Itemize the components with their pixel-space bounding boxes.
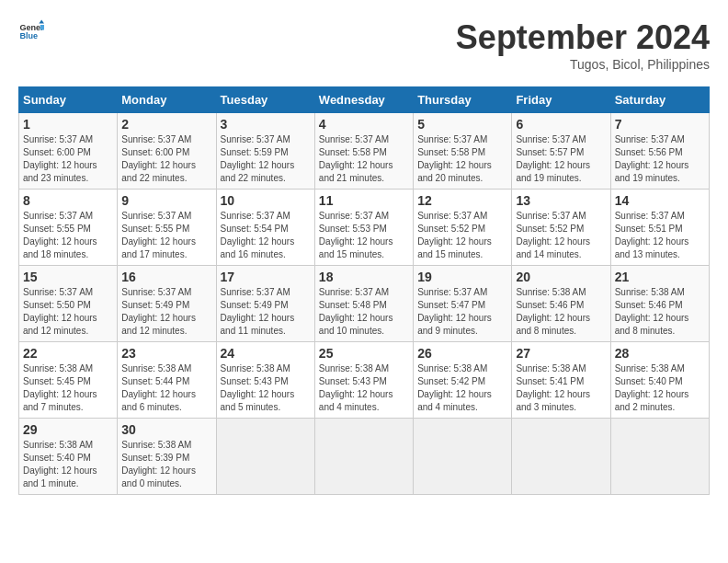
svg-marker-3 [40,25,44,30]
day-number: 17 [221,270,311,284]
logo: General Blue [18,18,44,44]
day-info: Sunrise: 5:37 AM Sunset: 5:58 PM Dayligh… [319,133,409,185]
calendar-week-4: 22Sunrise: 5:38 AM Sunset: 5:45 PM Dayli… [19,342,710,419]
day-info: Sunrise: 5:38 AM Sunset: 5:45 PM Dayligh… [23,362,113,414]
table-row: 13Sunrise: 5:37 AM Sunset: 5:52 PM Dayli… [512,190,610,266]
table-row: 16Sunrise: 5:37 AM Sunset: 5:49 PM Dayli… [118,266,216,342]
day-info: Sunrise: 5:37 AM Sunset: 5:55 PM Dayligh… [23,210,113,261]
col-wednesday: Wednesday [314,87,413,113]
day-info: Sunrise: 5:38 AM Sunset: 5:43 PM Dayligh… [319,362,409,414]
day-number: 15 [23,270,113,284]
day-number: 5 [417,117,507,132]
calendar-week-3: 15Sunrise: 5:37 AM Sunset: 5:50 PM Dayli… [19,266,710,342]
col-saturday: Saturday [610,87,709,113]
table-row: 11Sunrise: 5:37 AM Sunset: 5:53 PM Dayli… [314,190,413,266]
table-row: 2Sunrise: 5:37 AM Sunset: 6:00 PM Daylig… [118,113,216,190]
day-number: 2 [121,117,211,132]
col-tuesday: Tuesday [216,87,314,113]
day-number: 11 [319,193,409,208]
logo-icon: General Blue [18,18,44,44]
table-row: 6Sunrise: 5:37 AM Sunset: 5:57 PM Daylig… [512,113,610,190]
col-thursday: Thursday [414,87,512,113]
day-number: 3 [221,117,311,132]
table-row [216,419,314,495]
day-number: 28 [615,346,705,361]
table-row: 18Sunrise: 5:37 AM Sunset: 5:48 PM Dayli… [314,266,413,342]
day-number: 13 [516,193,606,208]
table-row: 4Sunrise: 5:37 AM Sunset: 5:58 PM Daylig… [314,113,413,190]
day-info: Sunrise: 5:38 AM Sunset: 5:46 PM Dayligh… [516,286,606,338]
calendar-week-5: 29Sunrise: 5:38 AM Sunset: 5:40 PM Dayli… [19,419,710,495]
day-info: Sunrise: 5:37 AM Sunset: 5:47 PM Dayligh… [417,286,507,338]
day-info: Sunrise: 5:38 AM Sunset: 5:46 PM Dayligh… [615,286,705,338]
day-number: 30 [121,422,211,437]
table-row: 8Sunrise: 5:37 AM Sunset: 5:55 PM Daylig… [19,190,118,266]
table-row: 5Sunrise: 5:37 AM Sunset: 5:58 PM Daylig… [414,113,512,190]
calendar-week-2: 8Sunrise: 5:37 AM Sunset: 5:55 PM Daylig… [19,190,710,266]
day-number: 29 [23,422,113,437]
page-header: General Blue September 2024 Tugos, Bicol… [18,18,710,72]
day-number: 10 [221,193,311,208]
day-number: 7 [615,117,705,132]
day-number: 6 [516,117,606,132]
location: Tugos, Bicol, Philippines [456,57,710,72]
svg-text:Blue: Blue [19,31,38,40]
table-row [414,419,512,495]
day-number: 4 [319,117,409,132]
table-row: 20Sunrise: 5:38 AM Sunset: 5:46 PM Dayli… [512,266,610,342]
day-number: 9 [121,193,211,208]
day-info: Sunrise: 5:38 AM Sunset: 5:44 PM Dayligh… [121,362,211,414]
month-title: September 2024 [456,18,710,57]
calendar-week-1: 1Sunrise: 5:37 AM Sunset: 6:00 PM Daylig… [19,113,710,190]
table-row: 10Sunrise: 5:37 AM Sunset: 5:54 PM Dayli… [216,190,314,266]
col-sunday: Sunday [19,87,118,113]
day-info: Sunrise: 5:38 AM Sunset: 5:40 PM Dayligh… [615,362,705,414]
table-row: 19Sunrise: 5:37 AM Sunset: 5:47 PM Dayli… [414,266,512,342]
day-info: Sunrise: 5:37 AM Sunset: 5:49 PM Dayligh… [221,286,311,338]
table-row: 12Sunrise: 5:37 AM Sunset: 5:52 PM Dayli… [414,190,512,266]
day-info: Sunrise: 5:37 AM Sunset: 5:57 PM Dayligh… [516,133,606,185]
table-row [314,419,413,495]
day-number: 22 [23,346,113,361]
day-number: 26 [417,346,507,361]
table-row: 25Sunrise: 5:38 AM Sunset: 5:43 PM Dayli… [314,342,413,419]
table-row: 21Sunrise: 5:38 AM Sunset: 5:46 PM Dayli… [610,266,709,342]
day-info: Sunrise: 5:37 AM Sunset: 5:48 PM Dayligh… [319,286,409,338]
table-row: 28Sunrise: 5:38 AM Sunset: 5:40 PM Dayli… [610,342,709,419]
day-number: 24 [221,346,311,361]
table-row: 22Sunrise: 5:38 AM Sunset: 5:45 PM Dayli… [19,342,118,419]
table-row: 27Sunrise: 5:38 AM Sunset: 5:41 PM Dayli… [512,342,610,419]
col-monday: Monday [118,87,216,113]
day-number: 23 [121,346,211,361]
day-info: Sunrise: 5:38 AM Sunset: 5:41 PM Dayligh… [516,362,606,414]
day-number: 18 [319,270,409,284]
table-row: 23Sunrise: 5:38 AM Sunset: 5:44 PM Dayli… [118,342,216,419]
day-info: Sunrise: 5:38 AM Sunset: 5:43 PM Dayligh… [221,362,311,414]
day-number: 8 [23,193,113,208]
day-info: Sunrise: 5:37 AM Sunset: 5:52 PM Dayligh… [417,210,507,261]
day-info: Sunrise: 5:37 AM Sunset: 5:51 PM Dayligh… [615,210,705,261]
table-row: 9Sunrise: 5:37 AM Sunset: 5:55 PM Daylig… [118,190,216,266]
table-row: 29Sunrise: 5:38 AM Sunset: 5:40 PM Dayli… [19,419,118,495]
table-row: 3Sunrise: 5:37 AM Sunset: 5:59 PM Daylig… [216,113,314,190]
table-row: 30Sunrise: 5:38 AM Sunset: 5:39 PM Dayli… [118,419,216,495]
day-info: Sunrise: 5:37 AM Sunset: 6:00 PM Dayligh… [23,133,113,185]
day-info: Sunrise: 5:37 AM Sunset: 5:50 PM Dayligh… [23,286,113,338]
day-number: 25 [319,346,409,361]
header-row: Sunday Monday Tuesday Wednesday Thursday… [19,87,710,113]
table-row: 15Sunrise: 5:37 AM Sunset: 5:50 PM Dayli… [19,266,118,342]
day-number: 20 [516,270,606,284]
day-number: 19 [417,270,507,284]
table-row: 24Sunrise: 5:38 AM Sunset: 5:43 PM Dayli… [216,342,314,419]
day-info: Sunrise: 5:37 AM Sunset: 5:58 PM Dayligh… [417,133,507,185]
day-number: 12 [417,193,507,208]
day-info: Sunrise: 5:37 AM Sunset: 5:49 PM Dayligh… [121,286,211,338]
svg-marker-2 [39,19,44,23]
table-row [610,419,709,495]
day-number: 1 [23,117,113,132]
calendar-table: Sunday Monday Tuesday Wednesday Thursday… [18,86,710,495]
table-row: 7Sunrise: 5:37 AM Sunset: 5:56 PM Daylig… [610,113,709,190]
day-info: Sunrise: 5:37 AM Sunset: 5:59 PM Dayligh… [221,133,311,185]
day-info: Sunrise: 5:38 AM Sunset: 5:42 PM Dayligh… [417,362,507,414]
day-info: Sunrise: 5:37 AM Sunset: 5:52 PM Dayligh… [516,210,606,261]
